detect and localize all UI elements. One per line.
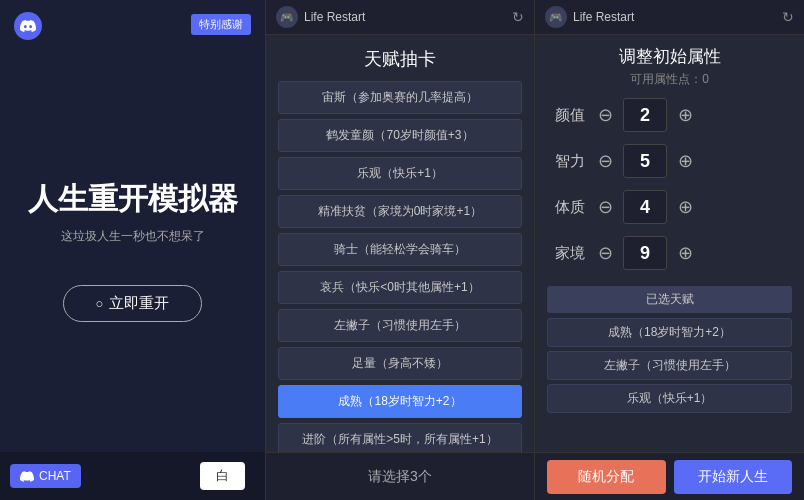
attr-label: 颜值	[555, 106, 587, 125]
attr-plus-button[interactable]: ⊕	[675, 104, 695, 126]
attr-label: 家境	[555, 244, 587, 263]
talent-list: 宙斯（参加奥赛的几率提高）鹤发童颜（70岁时颜值+3）乐观（快乐+1）精准扶贫（…	[266, 81, 534, 452]
right-panel: 🎮 Life Restart ↻ 调整初始属性 可用属性点：0 颜值 ⊖ 2 ⊕…	[535, 0, 804, 500]
middle-window-title: Life Restart	[304, 10, 365, 24]
selected-talent-item: 乐观（快乐+1）	[547, 384, 792, 413]
bottom-bar-middle: 请选择3个	[266, 452, 534, 500]
attr-value: 9	[623, 236, 667, 270]
attribute-row: 家境 ⊖ 9 ⊕	[555, 236, 784, 270]
talent-item[interactable]: 成熟（18岁时智力+2）	[278, 385, 522, 418]
right-header-icon: 🎮	[545, 6, 567, 28]
attr-label: 智力	[555, 152, 587, 171]
special-thanks-badge: 特别感谢	[191, 14, 251, 35]
attr-value: 4	[623, 190, 667, 224]
attr-plus-button[interactable]: ⊕	[675, 242, 695, 264]
selected-talents-label: 已选天赋	[547, 286, 792, 313]
available-points: 可用属性点：0	[535, 71, 804, 98]
random-distribute-button[interactable]: 随机分配	[547, 460, 666, 494]
talent-item[interactable]: 进阶（所有属性>5时，所有属性+1）	[278, 423, 522, 452]
attributes-grid: 颜值 ⊖ 2 ⊕ 智力 ⊖ 5 ⊕ 体质 ⊖ 4 ⊕ 家境 ⊖ 9 ⊕	[535, 98, 804, 270]
right-window-title: Life Restart	[573, 10, 634, 24]
attr-label: 体质	[555, 198, 587, 217]
attribute-row: 体质 ⊖ 4 ⊕	[555, 190, 784, 224]
discord-logo-icon	[14, 12, 42, 40]
selected-talent-item: 成熟（18岁时智力+2）	[547, 318, 792, 347]
sub-title: 这垃圾人生一秒也不想呆了	[61, 228, 205, 245]
selected-talents-section: 已选天赋 成熟（18岁时智力+2）左撇子（习惯使用左手）乐观（快乐+1）	[535, 286, 804, 417]
bottom-bar-right: 随机分配 开始新人生	[535, 452, 804, 500]
attribute-row: 智力 ⊖ 5 ⊕	[555, 144, 784, 178]
middle-header-icon: 🎮	[276, 6, 298, 28]
selected-talent-item: 左撇子（习惯使用左手）	[547, 351, 792, 380]
restart-button[interactable]: 立即重开	[63, 285, 203, 322]
white-button[interactable]: 白	[200, 462, 245, 490]
middle-panel: 🎮 Life Restart ↻ 天赋抽卡 宙斯（参加奥赛的几率提高）鹤发童颜（…	[265, 0, 535, 500]
attr-value: 5	[623, 144, 667, 178]
attr-minus-button[interactable]: ⊖	[595, 242, 615, 264]
attr-minus-button[interactable]: ⊖	[595, 196, 615, 218]
main-title: 人生重开模拟器	[28, 179, 238, 220]
right-panel-header: 🎮 Life Restart ↻	[535, 0, 804, 35]
talent-item[interactable]: 乐观（快乐+1）	[278, 157, 522, 190]
talent-item[interactable]: 足量（身高不矮）	[278, 347, 522, 380]
left-panel: 特别感谢 人生重开模拟器 这垃圾人生一秒也不想呆了 立即重开 CHAT 白	[0, 0, 265, 500]
choose-label: 请选择3个	[368, 468, 432, 486]
talent-draw-title: 天赋抽卡	[266, 35, 534, 81]
talent-item[interactable]: 鹤发童颜（70岁时颜值+3）	[278, 119, 522, 152]
middle-panel-header: 🎮 Life Restart ↻	[266, 0, 534, 35]
adjust-attr-title: 调整初始属性	[535, 35, 804, 71]
talent-item[interactable]: 宙斯（参加奥赛的几率提高）	[278, 81, 522, 114]
attr-minus-button[interactable]: ⊖	[595, 150, 615, 172]
start-new-life-button[interactable]: 开始新人生	[674, 460, 793, 494]
talent-item[interactable]: 骑士（能轻松学会骑车）	[278, 233, 522, 266]
attr-value: 2	[623, 98, 667, 132]
bottom-bar-left: CHAT 白	[0, 452, 265, 500]
middle-refresh-icon[interactable]: ↻	[512, 9, 524, 25]
attribute-row: 颜值 ⊖ 2 ⊕	[555, 98, 784, 132]
attr-minus-button[interactable]: ⊖	[595, 104, 615, 126]
discord-chat-button[interactable]: CHAT	[10, 464, 81, 488]
attr-plus-button[interactable]: ⊕	[675, 150, 695, 172]
attr-plus-button[interactable]: ⊕	[675, 196, 695, 218]
talent-item[interactable]: 左撇子（习惯使用左手）	[278, 309, 522, 342]
talent-item[interactable]: 哀兵（快乐<0时其他属性+1）	[278, 271, 522, 304]
talent-item[interactable]: 精准扶贫（家境为0时家境+1）	[278, 195, 522, 228]
right-refresh-icon[interactable]: ↻	[782, 9, 794, 25]
